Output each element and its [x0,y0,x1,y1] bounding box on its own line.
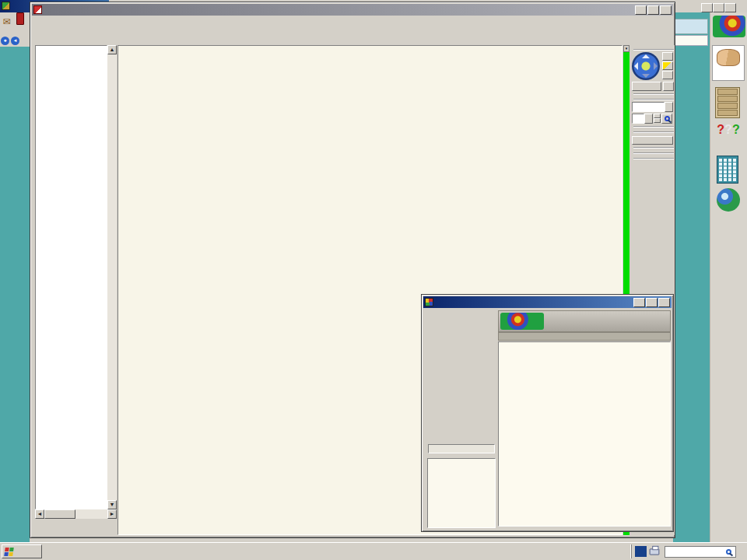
handshake-icon [717,49,740,66]
model-preview-large [498,341,671,527]
system-tray [631,544,745,558]
rotate-right-icon[interactable] [654,62,658,70]
dte-maximize-button[interactable] [713,3,724,12]
folie-select[interactable] [632,102,665,112]
taskbar [0,542,747,560]
search-icon[interactable] [726,549,731,555]
desktop-search [665,546,736,558]
desktop-search-input[interactable] [665,548,726,555]
eingabemodul-minimize-button[interactable] [635,5,647,15]
project-tree[interactable] [35,45,107,509]
gruppen-bearbeiten-button[interactable] [632,136,673,145]
windows-flag-icon [4,548,14,556]
pcae-vereinbarungen-icon[interactable] [712,45,745,81]
folie-search-button[interactable] [661,114,672,124]
keyboard-layout-icon[interactable] [635,546,647,557]
dte-search-icon[interactable]: ● [1,37,9,45]
model-preview-small [427,458,496,528]
globe-icon [717,188,740,212]
dte-app-icon [2,2,10,10]
pcae-logo [713,16,745,37]
www-icon[interactable] [712,188,745,212]
save-view-icon[interactable] [663,82,674,91]
alfa-close-button[interactable] [658,298,670,307]
dte-desktop-area-right[interactable] [673,12,710,542]
folie-select-dropdown-icon[interactable] [665,102,673,112]
tree-vertical-scrollbar[interactable]: ▲ ▼ [107,45,117,509]
zoom-minus-button[interactable] [662,71,673,79]
strip-toggle-button[interactable]: ▾ [623,45,630,52]
pcae-brand-icon [500,313,544,330]
view-rotate-pad[interactable] [632,52,660,80]
rotate-down-icon[interactable] [642,74,650,78]
cabinet-icon[interactable] [715,87,740,118]
alfa-maximize-button[interactable] [646,298,658,307]
tray-printer-icon[interactable] [650,548,660,555]
section-button[interactable] [662,61,673,70]
start-button[interactable] [2,544,42,558]
alfa-app-icon [425,298,433,306]
dte-close-button[interactable] [724,3,736,12]
alfa-subtitle-band [498,332,671,341]
dte-minimize-button[interactable] [701,3,713,12]
toolbar [33,26,672,45]
alfa-dialog [421,294,674,532]
folie-number-select[interactable] [632,114,644,124]
dte-window-controls [701,2,746,12]
rotate-left-icon[interactable] [634,62,638,70]
dte-panel-fragment-1 [674,19,708,34]
eingabemodul-close-button[interactable] [660,5,672,15]
dte-panel-fragment-2 [674,35,708,46]
alfa-dialog-titlebar[interactable] [423,296,672,308]
tree-horizontal-scrollbar[interactable]: ◄ ► [35,509,117,519]
hilfe-icon[interactable]: ??? [711,123,745,135]
alfa-header-band [498,310,671,332]
eingabemodul-titlebar[interactable] [32,4,673,16]
progress-field [428,444,495,453]
numerisch-button[interactable] [632,82,661,91]
folie-number-dropdown-icon[interactable] [644,114,653,124]
dte-desktop-area-left[interactable] [0,47,30,542]
eingabemodul-app-icon [33,5,42,14]
rotate-up-icon[interactable] [642,54,650,58]
dte-toolbar: ✉ ●◂▸ [0,12,30,47]
question-marks-icon: ??? [711,123,745,137]
dte-mail-icon[interactable]: ✉ [0,12,13,31]
calculator-icon[interactable] [717,156,738,184]
dte-book-icon[interactable] [13,12,26,31]
alfa-minimize-button[interactable] [633,298,645,307]
zoom-plus-button[interactable] [662,52,673,61]
menubar [33,16,672,26]
dte-back-icon[interactable]: ◂ [11,37,19,45]
eingabemodul-maximize-button[interactable] [647,5,659,15]
folie-spinner[interactable] [654,114,661,124]
